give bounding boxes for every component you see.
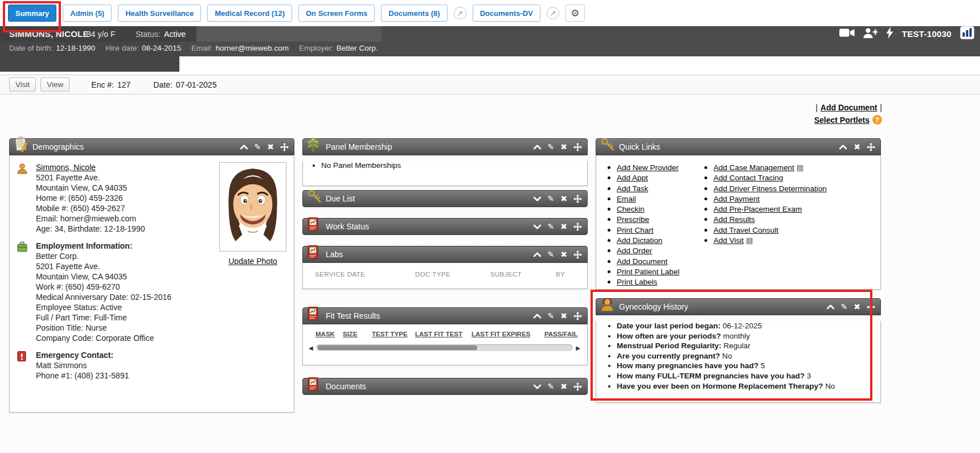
gynecology-history-header[interactable]: Gynecology History ✎ ✖ — [596, 298, 881, 315]
move-icon[interactable] — [867, 303, 875, 311]
move-icon[interactable] — [573, 382, 582, 391]
tab-admin[interactable]: Admin (5) — [63, 5, 112, 22]
collapse-icon[interactable] — [533, 252, 542, 257]
expand-icon[interactable] — [533, 224, 542, 229]
popout-documents-dv-icon[interactable]: ↗ — [547, 7, 559, 19]
add-user-icon[interactable] — [863, 28, 878, 40]
select-portlets-link[interactable]: Select Portlets — [814, 116, 870, 125]
collapse-icon[interactable] — [533, 145, 542, 150]
move-icon[interactable] — [280, 143, 289, 151]
fit-test-header[interactable]: Fit Test Results ✎ ✖ — [302, 307, 588, 324]
expand-icon[interactable] — [533, 196, 542, 201]
help-icon[interactable]: ? — [872, 115, 882, 125]
tab-medical-record[interactable]: Medical Record (12) — [207, 5, 292, 22]
close-icon[interactable]: ✖ — [854, 143, 860, 151]
close-icon[interactable]: ✖ — [854, 303, 860, 311]
quick-link[interactable]: Print Patient Label — [617, 267, 679, 276]
view-button[interactable]: View — [40, 77, 69, 92]
labs-header[interactable]: Labs ✎ ✖ — [302, 246, 588, 263]
collapse-icon[interactable] — [240, 145, 248, 150]
quick-link[interactable]: Prescribe — [617, 215, 649, 224]
move-icon[interactable] — [573, 223, 582, 231]
edit-icon[interactable]: ✎ — [548, 223, 555, 230]
close-icon[interactable]: ✖ — [560, 382, 567, 390]
close-icon[interactable]: ✖ — [560, 195, 567, 203]
work-status-header[interactable]: Work Status ✎ ✖ — [302, 218, 588, 235]
scroll-right-icon[interactable]: ▶ — [576, 345, 580, 351]
close-icon[interactable]: ✖ — [560, 143, 567, 151]
video-camera-icon[interactable] — [839, 28, 855, 40]
expand-icon[interactable] — [533, 384, 542, 389]
edit-icon[interactable]: ✎ — [548, 382, 555, 390]
move-icon[interactable] — [867, 143, 875, 151]
edit-icon[interactable]: ✎ — [548, 143, 555, 151]
update-photo-link[interactable]: Update Photo — [228, 257, 277, 266]
tab-documents[interactable]: Documents (8) — [381, 5, 447, 22]
quick-link[interactable]: Add Travel Consult — [714, 226, 778, 234]
tab-summary[interactable]: Summary — [8, 5, 56, 22]
move-icon[interactable] — [573, 312, 582, 320]
quick-link[interactable]: Add Payment — [714, 195, 760, 203]
patient-name-link[interactable]: Simmons, Nicole — [36, 163, 96, 172]
quick-link[interactable]: Add Pre-Placement Exam — [714, 205, 802, 213]
column-header-link[interactable]: LAST FIT TEST — [415, 331, 471, 337]
demographics-line: Matt Simmons — [36, 360, 129, 370]
portlet-title: Fit Test Results — [326, 311, 380, 320]
column-header-link[interactable]: LAST FIT EXPIRES — [471, 331, 544, 337]
quick-link[interactable]: Email — [617, 195, 636, 203]
due-list-header[interactable]: Due List ✎ ✖ — [302, 190, 588, 207]
labs-column-headers: SERVICE DATE DOC TYPE SUBJECT BY — [303, 263, 587, 278]
quick-link[interactable]: Add Document — [617, 257, 667, 266]
move-icon[interactable] — [573, 250, 582, 259]
quick-link[interactable]: Add Dictation — [617, 236, 662, 245]
close-icon[interactable]: ✖ — [267, 143, 274, 151]
quick-link[interactable]: Add Contact Tracing — [714, 174, 783, 182]
quick-link[interactable]: Print Chart — [617, 226, 654, 234]
column-header-link[interactable]: SIZE — [343, 331, 372, 337]
fit-test-hscrollbar[interactable]: ◀ ▶ — [309, 344, 580, 351]
tab-on-screen-forms[interactable]: On Screen Forms — [298, 5, 375, 22]
move-icon[interactable] — [573, 143, 582, 151]
collapse-icon[interactable] — [839, 145, 847, 150]
collapse-icon[interactable] — [533, 314, 542, 319]
edit-icon[interactable]: ✎ — [548, 312, 555, 320]
flowsheet-chart-icon[interactable] — [960, 26, 974, 42]
edit-icon[interactable]: ✎ — [548, 195, 555, 203]
tab-settings-button[interactable]: ⚙ — [565, 5, 585, 22]
demographics-portlet-header[interactable]: Demographics ✎ ✖ — [9, 138, 294, 155]
scroll-left-icon[interactable]: ◀ — [309, 345, 313, 351]
quick-link[interactable]: Add Task — [617, 184, 648, 193]
column-header-link[interactable]: PASS/FAIL — [544, 331, 578, 337]
close-icon[interactable]: ✖ — [560, 250, 567, 258]
quick-links-header[interactable]: Quick Links ✖ — [596, 138, 881, 155]
popout-documents-icon[interactable]: ↗ — [454, 7, 466, 19]
add-document-link[interactable]: Add Document — [821, 103, 878, 112]
column-header-link[interactable]: TEST TYPE — [372, 331, 415, 337]
edit-icon[interactable]: ✎ — [548, 250, 555, 258]
quick-link[interactable]: Add Visit — [714, 236, 744, 245]
move-icon[interactable] — [573, 195, 582, 203]
scrollbar-track[interactable] — [316, 344, 573, 351]
edit-icon[interactable]: ✎ — [255, 143, 261, 151]
quick-link[interactable]: Checkin — [617, 205, 645, 213]
panel-membership-header[interactable]: Panel Membership ✎ ✖ — [302, 138, 588, 155]
close-icon[interactable]: ✖ — [560, 223, 567, 230]
lightning-bolt-icon[interactable] — [886, 27, 893, 41]
hire-date-label: Hire date: — [105, 44, 139, 52]
edit-icon[interactable]: ✎ — [841, 303, 848, 311]
quick-link[interactable]: Add Case Management — [714, 163, 794, 172]
visit-button[interactable]: Visit — [9, 77, 36, 92]
tab-documents-dv[interactable]: Documents-DV — [473, 5, 540, 22]
quick-link[interactable]: Add Results — [714, 215, 755, 224]
tab-health-surveillance[interactable]: Health Surveillance — [118, 5, 201, 22]
quick-link[interactable]: Add Appt — [617, 174, 648, 182]
scrollbar-thumb[interactable] — [318, 345, 477, 350]
quick-link[interactable]: Print Labels — [617, 278, 657, 286]
column-header-link[interactable]: MASK — [315, 331, 343, 337]
quick-link[interactable]: Add Order — [617, 246, 652, 255]
close-icon[interactable]: ✖ — [560, 312, 567, 320]
quick-link[interactable]: Add Driver Fitness Determination — [714, 184, 827, 193]
collapse-icon[interactable] — [826, 304, 835, 310]
quick-link[interactable]: Add New Provider — [617, 163, 679, 172]
documents-header[interactable]: Documents ✎ ✖ — [302, 378, 588, 395]
